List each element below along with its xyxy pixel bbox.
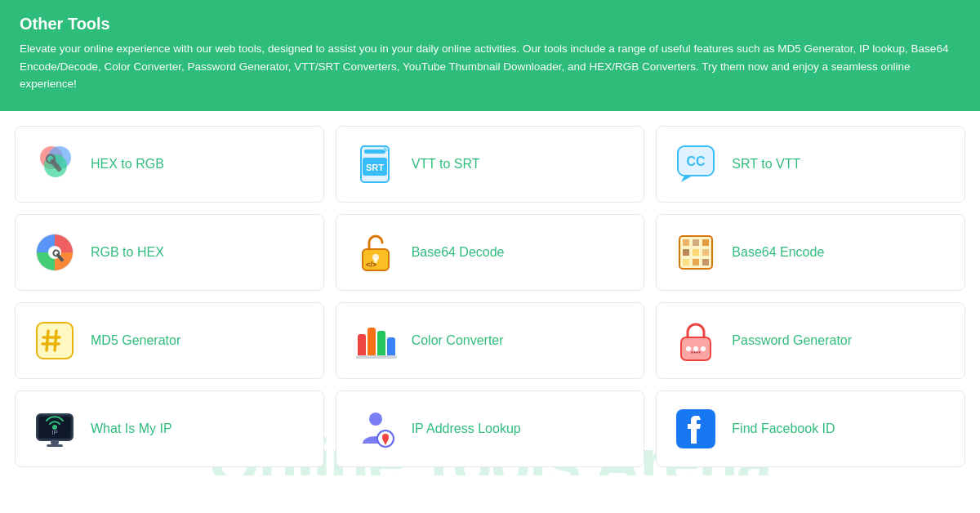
tool-label-ip-address-lookup: IP Address Lookup <box>412 422 521 436</box>
color-converter-icon <box>353 318 399 364</box>
base64-encode-icon <box>673 230 719 275</box>
header-description: Elevate your online experience with our … <box>20 40 960 93</box>
svg-rect-38 <box>356 355 397 359</box>
tool-card-base64-decode[interactable]: </> Base64 Decode <box>336 214 645 291</box>
svg-rect-28 <box>702 259 709 265</box>
tool-label-find-facebook-id: Find Facebook ID <box>732 422 835 436</box>
svg-rect-21 <box>693 239 699 246</box>
svg-text:****: **** <box>691 350 701 357</box>
tool-label-what-is-my-ip: What Is My IP <box>91 422 172 436</box>
svg-rect-34 <box>358 334 366 357</box>
tool-label-srt-to-vtt: SRT to VTT <box>732 157 800 172</box>
tool-card-hex-to-rgb[interactable]: HEX to RGB <box>15 126 324 203</box>
svg-rect-26 <box>683 259 689 265</box>
svg-rect-49 <box>47 444 63 447</box>
svg-rect-36 <box>377 331 385 357</box>
ip-lookup-icon <box>353 406 399 452</box>
tool-card-rgb-to-hex[interactable]: RGB to HEX <box>15 214 324 291</box>
tool-label-base64-encode: Base64 Encode <box>732 245 824 260</box>
tool-label-color-converter: Color Converter <box>412 333 504 348</box>
svg-rect-22 <box>702 239 709 246</box>
tool-label-rgb-to-hex: RGB to HEX <box>91 245 164 260</box>
svg-rect-23 <box>683 249 689 256</box>
tool-card-ip-address-lookup[interactable]: IP Address Lookup <box>336 390 645 467</box>
base64-decode-icon: </> <box>353 230 399 275</box>
tool-card-find-facebook-id[interactable]: Find Facebook ID <box>656 390 965 467</box>
tool-label-vtt-to-srt: VTT to SRT <box>412 157 480 172</box>
srt-vtt-icon: CC <box>673 141 719 187</box>
svg-rect-48 <box>51 440 59 444</box>
tool-card-base64-encode[interactable]: Base64 Encode <box>656 214 965 291</box>
md5-icon <box>32 318 78 364</box>
header-title: Other Tools <box>20 15 960 33</box>
svg-rect-37 <box>387 337 395 357</box>
my-ip-icon: IP <box>32 406 78 452</box>
vtt-srt-icon: SRT <box>353 141 399 187</box>
svg-rect-24 <box>693 249 699 256</box>
tool-card-md5-generator[interactable]: MD5 Generator <box>15 302 324 379</box>
tool-card-what-is-my-ip[interactable]: IP What Is My IP <box>15 390 324 467</box>
tool-card-vtt-to-srt[interactable]: SRT VTT to SRT <box>336 126 645 203</box>
svg-point-50 <box>369 413 382 426</box>
svg-rect-6 <box>364 149 385 154</box>
svg-text:SRT: SRT <box>366 163 384 172</box>
tool-card-srt-to-vtt[interactable]: CC SRT to VTT <box>656 126 965 203</box>
svg-line-30 <box>47 331 48 350</box>
tools-grid: HEX to RGB SRT VTT to SRT <box>0 111 980 475</box>
svg-text:</>: </> <box>366 261 376 269</box>
tool-label-password-generator: Password Generator <box>732 333 852 348</box>
svg-text:IP: IP <box>51 429 58 436</box>
svg-rect-35 <box>368 328 376 357</box>
tool-label-md5-generator: MD5 Generator <box>91 333 180 348</box>
rgb-hex-icon <box>32 230 78 275</box>
svg-rect-27 <box>693 259 699 265</box>
svg-rect-25 <box>702 249 709 256</box>
tool-label-hex-to-rgb: HEX to RGB <box>91 157 164 172</box>
svg-line-31 <box>55 331 56 350</box>
header-section: Other Tools Elevate your online experien… <box>0 0 980 111</box>
tool-label-base64-decode: Base64 Decode <box>412 245 505 260</box>
svg-text:CC: CC <box>687 154 706 168</box>
facebook-icon <box>673 406 719 452</box>
tool-card-color-converter[interactable]: Color Converter <box>336 302 645 379</box>
password-icon: **** <box>673 318 719 364</box>
hex-rgb-icon <box>32 141 78 187</box>
svg-rect-20 <box>683 239 689 246</box>
tool-card-password-generator[interactable]: **** Password Generator <box>656 302 965 379</box>
svg-point-42 <box>701 346 706 351</box>
